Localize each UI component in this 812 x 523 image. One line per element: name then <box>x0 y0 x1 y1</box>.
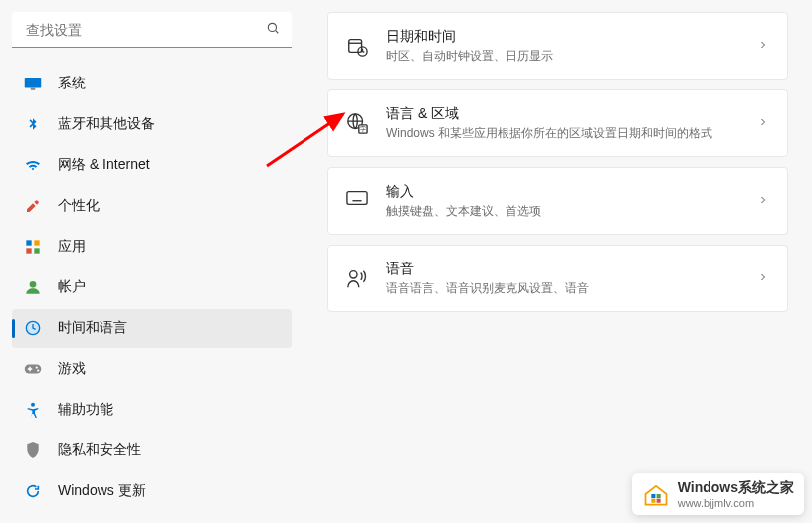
sidebar-item-apps[interactable]: 应用 <box>12 227 292 265</box>
sidebar-item-label: Windows 更新 <box>58 482 146 500</box>
search-box <box>12 12 292 48</box>
sidebar: 系统 蓝牙和其他设备 网络 & Internet 个性化 应用 <box>0 0 304 523</box>
card-title: 日期和时间 <box>386 28 739 46</box>
search-input[interactable] <box>12 12 292 48</box>
sidebar-item-system[interactable]: 系统 <box>12 64 292 102</box>
svg-rect-30 <box>651 494 655 498</box>
sidebar-item-bluetooth[interactable]: 蓝牙和其他设备 <box>12 104 292 143</box>
apps-icon <box>24 238 42 256</box>
sidebar-item-label: 时间和语言 <box>58 319 127 337</box>
gaming-icon <box>24 360 42 378</box>
card-subtitle: Windows 和某些应用根据你所在的区域设置日期和时间的格式 <box>386 125 739 142</box>
svg-rect-7 <box>34 248 39 253</box>
card-text: 输入 触摸键盘、文本建议、首选项 <box>386 183 739 220</box>
card-subtitle: 触摸键盘、文本建议、首选项 <box>386 203 739 220</box>
sidebar-item-label: 网络 & Internet <box>58 156 150 174</box>
language-region-icon: 字 <box>346 112 368 134</box>
sidebar-item-label: 隐私和安全性 <box>58 441 141 459</box>
watermark-title: Windows系统之家 <box>678 479 794 495</box>
card-subtitle: 语音语言、语音识别麦克风设置、语音 <box>386 280 739 297</box>
sidebar-item-network[interactable]: 网络 & Internet <box>12 145 292 184</box>
card-typing[interactable]: 输入 触摸键盘、文本建议、首选项 <box>327 167 788 235</box>
sidebar-item-label: 个性化 <box>58 197 100 215</box>
sidebar-item-privacy[interactable]: 隐私和安全性 <box>12 432 292 470</box>
chevron-right-icon <box>757 269 769 287</box>
card-language-region[interactable]: 字 语言 & 区域 Windows 和某些应用根据你所在的区域设置日期和时间的格… <box>327 89 788 157</box>
sidebar-item-label: 蓝牙和其他设备 <box>58 115 155 133</box>
privacy-icon <box>24 441 42 459</box>
svg-rect-6 <box>26 248 31 253</box>
card-text: 日期和时间 时区、自动时钟设置、日历显示 <box>386 28 739 65</box>
main-panel: 日期和时间 时区、自动时钟设置、日历显示 字 语言 & 区域 Windows 和… <box>304 0 812 523</box>
datetime-icon <box>346 35 368 57</box>
sidebar-item-label: 辅助功能 <box>58 401 113 419</box>
sidebar-item-gaming[interactable]: 游戏 <box>12 350 292 389</box>
card-datetime[interactable]: 日期和时间 时区、自动时钟设置、日历显示 <box>327 12 788 80</box>
svg-rect-31 <box>656 494 660 498</box>
svg-point-12 <box>37 370 39 372</box>
time-language-icon <box>24 319 42 337</box>
svg-point-28 <box>350 271 357 278</box>
svg-rect-32 <box>651 499 655 503</box>
watermark-text: Windows系统之家 www.bjjmlv.com <box>678 479 794 509</box>
svg-text:字: 字 <box>360 125 366 132</box>
svg-rect-14 <box>29 367 31 372</box>
card-subtitle: 时区、自动时钟设置、日历显示 <box>386 48 739 65</box>
svg-point-15 <box>31 403 35 407</box>
watermark-logo-icon <box>642 480 670 508</box>
personalize-icon <box>24 197 42 215</box>
bluetooth-icon <box>24 115 42 133</box>
card-title: 语言 & 区域 <box>386 105 739 123</box>
sidebar-item-label: 帐户 <box>58 278 86 296</box>
card-text: 语言 & 区域 Windows 和某些应用根据你所在的区域设置日期和时间的格式 <box>386 105 739 142</box>
svg-rect-10 <box>25 365 42 374</box>
sidebar-item-label: 应用 <box>58 238 86 256</box>
svg-rect-5 <box>34 240 39 245</box>
chevron-right-icon <box>757 37 769 55</box>
chevron-right-icon <box>757 114 769 132</box>
svg-rect-4 <box>26 240 31 245</box>
card-title: 语音 <box>386 261 739 278</box>
svg-point-8 <box>30 281 37 288</box>
sidebar-item-personalize[interactable]: 个性化 <box>12 186 292 225</box>
card-speech[interactable]: 语音 语音语言、语音识别麦克风设置、语音 <box>327 245 788 312</box>
accessibility-icon <box>24 401 42 419</box>
settings-window: 系统 蓝牙和其他设备 网络 & Internet 个性化 应用 <box>0 0 812 523</box>
svg-rect-33 <box>656 499 660 503</box>
account-icon <box>24 278 42 296</box>
card-title: 输入 <box>386 183 739 201</box>
card-text: 语音 语音语言、语音识别麦克风设置、语音 <box>386 261 739 297</box>
svg-rect-2 <box>25 78 42 88</box>
speech-icon <box>346 267 368 289</box>
svg-rect-16 <box>349 40 362 53</box>
watermark-url: www.bjjmlv.com <box>678 497 794 509</box>
sidebar-item-label: 系统 <box>58 75 86 92</box>
sidebar-item-account[interactable]: 帐户 <box>12 267 292 306</box>
network-icon <box>24 156 42 174</box>
chevron-right-icon <box>757 192 769 210</box>
typing-icon <box>346 190 368 212</box>
sidebar-item-time-language[interactable]: 时间和语言 <box>12 309 292 348</box>
watermark: Windows系统之家 www.bjjmlv.com <box>632 473 804 515</box>
svg-point-11 <box>36 367 38 369</box>
svg-rect-22 <box>347 192 367 205</box>
sidebar-item-accessibility[interactable]: 辅助功能 <box>12 391 292 430</box>
update-icon <box>24 482 42 500</box>
svg-rect-3 <box>31 87 36 89</box>
system-icon <box>24 75 42 92</box>
sidebar-item-update[interactable]: Windows 更新 <box>12 472 292 511</box>
sidebar-item-label: 游戏 <box>58 360 86 378</box>
